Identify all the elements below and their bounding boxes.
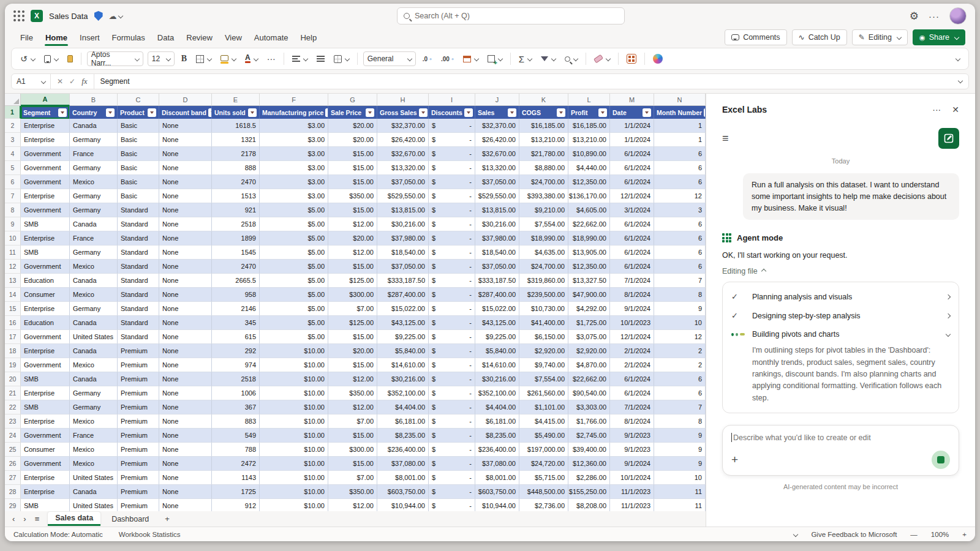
cell-J20[interactable]: $30,216.00 (475, 372, 519, 386)
cell-N23[interactable]: 8 (654, 414, 706, 429)
header-cell-discounts[interactable]: Discounts (429, 106, 475, 119)
cell-C20[interactable]: Premium (118, 372, 159, 386)
cell-D2[interactable]: None (159, 119, 212, 133)
cell-F12[interactable]: $5.00 (260, 260, 328, 274)
cell-H27[interactable]: $8,001.00 (377, 471, 429, 485)
cell-A4[interactable]: Government (21, 147, 70, 161)
cell-M13[interactable]: 7/1/2024 (610, 274, 654, 288)
cell-A3[interactable]: Enterprise (21, 133, 70, 147)
column-header-J[interactable]: J (475, 94, 519, 106)
cell-L14[interactable]: $47,900.00 (568, 288, 610, 302)
cell-F27[interactable]: $10.00 (260, 471, 328, 485)
column-header-I[interactable]: I (429, 94, 475, 106)
cell-G28[interactable]: $350.00 (328, 485, 377, 499)
cell-J14[interactable]: $287,400.00 (475, 288, 519, 302)
cell-J9[interactable]: $30,216.00 (475, 217, 519, 231)
cell-G21[interactable]: $350.00 (328, 386, 377, 400)
cell-K9[interactable]: $7,554.00 (519, 217, 568, 231)
cell-K3[interactable]: $13,210.00 (519, 133, 568, 147)
header-cell-sale-price[interactable]: Sale Price (328, 106, 377, 119)
cell-L21[interactable]: $90,540.00 (568, 386, 610, 400)
agent-step-planning-analysis-and-visuals[interactable]: ✓Planning analysis and visuals (731, 287, 950, 306)
cell-L11[interactable]: $13,905.00 (568, 246, 610, 260)
cell-C8[interactable]: Standard (118, 203, 159, 217)
cell-M20[interactable]: 6/1/2024 (610, 372, 654, 386)
fill-color-button[interactable] (218, 55, 238, 63)
cell-B22[interactable]: Germany (70, 400, 118, 414)
cell-A27[interactable]: Enterprise (21, 471, 70, 485)
cell-N3[interactable]: 1 (654, 133, 706, 147)
cell-F7[interactable]: $3.00 (260, 189, 328, 203)
ribbon-tab-home[interactable]: Home (40, 31, 73, 45)
name-box[interactable]: A1 (12, 74, 51, 89)
borders-button[interactable] (194, 53, 214, 65)
cell-K22[interactable]: $1,101.00 (519, 400, 568, 414)
cell-F11[interactable]: $5.00 (260, 246, 328, 260)
cell-E2[interactable]: 1618.5 (212, 119, 260, 133)
cell-G15[interactable]: $7.00 (328, 302, 377, 316)
cell-G10[interactable]: $20.00 (328, 231, 377, 246)
cell-C15[interactable]: Standard (118, 302, 159, 316)
sensitivity-shield-icon[interactable] (94, 11, 103, 21)
wrap-text-button[interactable] (314, 54, 327, 64)
cell-A24[interactable]: Government (21, 429, 70, 443)
cell-E3[interactable]: 1321 (212, 133, 260, 147)
row-header-5[interactable]: 5 (5, 161, 21, 175)
cell-C27[interactable]: Premium (118, 471, 159, 485)
cell-L6[interactable]: $12,350.00 (568, 175, 610, 189)
cell-G13[interactable]: $125.00 (328, 274, 377, 288)
cell-B20[interactable]: Canada (70, 372, 118, 386)
cell-F15[interactable]: $5.00 (260, 302, 328, 316)
cell-G19[interactable]: $15.00 (328, 358, 377, 372)
ribbon-tab-help[interactable]: Help (295, 31, 322, 45)
search-input[interactable]: Search (Alt + Q) (397, 7, 625, 24)
cell-I8[interactable]: $- (429, 203, 475, 217)
agent-step-building-pivots-and-charts[interactable]: Building pivots and charts (731, 325, 950, 343)
cell-F4[interactable]: $3.00 (260, 147, 328, 161)
cell-N20[interactable]: 6 (654, 372, 706, 386)
cell-H25[interactable]: $236,400.00 (377, 443, 429, 457)
cell-B8[interactable]: Germany (70, 203, 118, 217)
cell-F8[interactable]: $5.00 (260, 203, 328, 217)
cell-C24[interactable]: Premium (118, 429, 159, 443)
cell-M28[interactable]: 11/1/2023 (610, 485, 654, 499)
cell-N7[interactable]: 12 (654, 189, 706, 203)
cell-B14[interactable]: Mexico (70, 288, 118, 302)
cell-J25[interactable]: $236,400.00 (475, 443, 519, 457)
cell-J18[interactable]: $5,840.00 (475, 344, 519, 358)
cell-E19[interactable]: 974 (212, 358, 260, 372)
cell-J28[interactable]: $603,750.00 (475, 485, 519, 499)
cell-A25[interactable]: Consumer (21, 443, 70, 457)
filter-dropdown-icon[interactable] (643, 108, 651, 117)
cell-M8[interactable]: 3/1/2024 (610, 203, 654, 217)
formula-bar-expand-button[interactable] (951, 77, 968, 86)
ribbon-tab-file[interactable]: File (15, 31, 39, 45)
row-header-27[interactable]: 27 (5, 471, 21, 485)
cell-J29[interactable]: $10,944.00 (475, 499, 519, 511)
cell-D10[interactable]: None (159, 231, 212, 246)
cell-L28[interactable]: $155,250.00 (568, 485, 610, 499)
cell-B21[interactable]: Germany (70, 386, 118, 400)
cell-N27[interactable]: 10 (654, 471, 706, 485)
cell-N4[interactable]: 6 (654, 147, 706, 161)
cell-L20[interactable]: $22,662.00 (568, 372, 610, 386)
cell-E16[interactable]: 345 (212, 316, 260, 330)
cell-I10[interactable]: $- (429, 231, 475, 246)
cell-K7[interactable]: $393,380.00 (519, 189, 568, 203)
cell-L4[interactable]: $10,890.00 (568, 147, 610, 161)
row-header-19[interactable]: 19 (5, 358, 21, 372)
cell-G23[interactable]: $7.00 (328, 414, 377, 429)
cell-A28[interactable]: Enterprise (21, 485, 70, 499)
cell-E9[interactable]: 2518 (212, 217, 260, 231)
row-header-24[interactable]: 24 (5, 429, 21, 443)
cell-J27[interactable]: $8,001.00 (475, 471, 519, 485)
cell-K25[interactable]: $197,000.00 (519, 443, 568, 457)
cell-H21[interactable]: $352,100.00 (377, 386, 429, 400)
cell-L27[interactable]: $2,286.00 (568, 471, 610, 485)
cell-K6[interactable]: $24,700.00 (519, 175, 568, 189)
cell-M5[interactable]: 6/1/2024 (610, 161, 654, 175)
cell-C29[interactable]: Premium (118, 499, 159, 511)
cell-M23[interactable]: 8/1/2024 (610, 414, 654, 429)
cell-G6[interactable]: $15.00 (328, 175, 377, 189)
cell-D16[interactable]: None (159, 316, 212, 330)
